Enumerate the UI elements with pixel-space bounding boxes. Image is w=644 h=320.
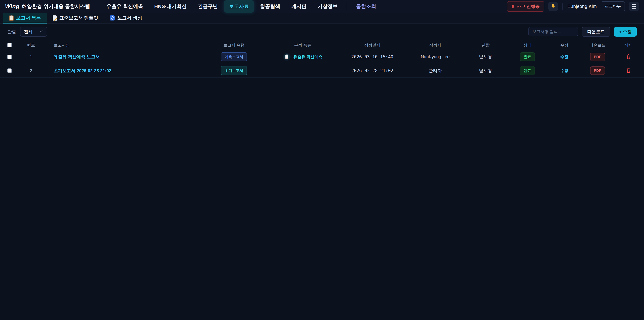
select-all-checkbox[interactable] <box>8 43 12 47</box>
report-name-link[interactable]: 유출유 확산예측 보고서 <box>54 54 100 59</box>
divider <box>562 3 563 10</box>
tab-standard-template[interactable]: 표준보고서 템플릿 <box>46 13 104 24</box>
row-checkbox[interactable] <box>8 69 12 73</box>
author: 관리자 <box>408 64 463 78</box>
col-header-edit: 수정 <box>547 40 582 50</box>
top-navbar: Wing 해양환경 위기대응 통합시스템 유출유 확산예측 HNS·대기확산 긴… <box>0 0 644 13</box>
hamburger-icon <box>632 4 636 9</box>
edit-link[interactable]: 수정 <box>560 68 568 73</box>
row-number: 1 <box>18 50 44 64</box>
jurisdiction: 남해청 <box>463 50 508 64</box>
clipboard-icon <box>9 15 14 21</box>
edit-link[interactable]: 수정 <box>560 55 568 59</box>
logout-button[interactable]: 로그아웃 <box>601 1 625 12</box>
col-header-status: 상태 <box>508 40 547 50</box>
col-header-author: 작성자 <box>408 40 463 50</box>
user-name: Eunjeong Kim <box>568 4 597 9</box>
main-nav: 유출유 확산예측 HNS·대기확산 긴급구난 보고자료 항공탐색 게시판 기상정… <box>102 0 381 13</box>
jurisdiction-label: 관할 <box>8 29 16 35</box>
tab-report-list[interactable]: 보고서 목록 <box>3 13 46 24</box>
table-header-row: 번호 보고서명 보고서 유형 분석 종류 생성일시 작성자 관할 상태 수정 다… <box>0 40 644 50</box>
jurisdiction-value: 전체 <box>24 29 32 35</box>
row-checkbox[interactable] <box>8 55 12 59</box>
pdf-download-button[interactable]: PDF <box>590 53 605 61</box>
divider <box>347 2 347 11</box>
col-header-delete: 삭제 <box>613 40 644 50</box>
report-type-badge: 초기보고서 <box>221 66 247 75</box>
status-badge: 완료 <box>520 66 535 75</box>
incident-dot-icon <box>512 5 514 8</box>
report-tabbar: 보고서 목록 표준보고서 템플릿 보고서 생성 <box>0 13 644 24</box>
chevron-down-icon <box>40 30 43 33</box>
download-button[interactable]: 다운로드 <box>582 27 610 37</box>
nav-item-aerial-search[interactable]: 항공탐색 <box>256 0 285 13</box>
menu-button[interactable] <box>629 2 639 11</box>
nav-item-board[interactable]: 게시판 <box>286 0 311 13</box>
app-logo: Wing 해양환경 위기대응 통합시스템 <box>5 3 90 10</box>
pdf-download-button[interactable]: PDF <box>590 67 605 75</box>
nav-item-rescue[interactable]: 긴급구난 <box>193 0 222 13</box>
nav-item-integrated-search[interactable]: 통합조회 <box>351 0 381 13</box>
col-header-name: 보고서명 <box>44 40 200 50</box>
created-datetime: 2026-02-28 21:02 <box>337 64 408 78</box>
trash-icon <box>627 71 630 73</box>
status-badge: 완료 <box>520 52 535 61</box>
col-header-analysis: 분석 종류 <box>268 40 337 50</box>
brand-mark: Wing <box>5 3 20 10</box>
jurisdiction: 남해청 <box>463 64 508 78</box>
notifications-button[interactable] <box>548 2 558 11</box>
divider <box>96 3 96 10</box>
delete-button[interactable] <box>627 54 630 60</box>
memo-icon <box>52 15 57 21</box>
analysis-type: 유출유 확산예측 <box>283 53 323 61</box>
report-name-link[interactable]: 초기보고서 2026-02-28 21:02 <box>54 68 111 73</box>
tab-label: 표준보고서 템플릿 <box>59 15 98 21</box>
tab-report-create[interactable]: 보고서 생성 <box>104 13 148 24</box>
incident-status-badge: 사고 진행중 <box>507 1 544 12</box>
oil-drum-icon <box>283 53 291 61</box>
analysis-label: 유출유 확산예측 <box>293 54 323 60</box>
analysis-type: - <box>302 68 304 73</box>
nav-item-oil-spill[interactable]: 유출유 확산예측 <box>102 0 148 13</box>
col-header-created: 생성일시 <box>337 40 408 50</box>
author: NanKyung Lee <box>408 50 463 64</box>
row-number: 2 <box>18 64 44 78</box>
tab-label: 보고서 목록 <box>16 15 41 21</box>
create-button[interactable]: + 수정 <box>614 27 636 37</box>
table-row: 1 유출유 확산예측 보고서 예측보고서 유출유 확산예측 2026-03-10… <box>0 50 644 64</box>
nav-item-hns[interactable]: HNS·대기확산 <box>150 0 191 13</box>
col-header-download: 다운로드 <box>582 40 613 50</box>
report-type-badge: 예측보고서 <box>221 52 247 61</box>
bell-icon <box>550 3 556 10</box>
trash-icon <box>627 57 630 60</box>
incident-label: 사고 진행중 <box>516 4 540 10</box>
nav-item-weather[interactable]: 기상정보 <box>313 0 342 13</box>
refresh-icon <box>110 15 115 21</box>
table-row: 2 초기보고서 2026-02-28 21:02 초기보고서 - 2026-02… <box>0 64 644 78</box>
jurisdiction-select[interactable]: 전체 <box>20 27 47 37</box>
navbar-right: 사고 진행중 Eunjeong Kim 로그아웃 <box>507 1 639 12</box>
col-header-jurisdiction: 관할 <box>463 40 508 50</box>
created-datetime: 2026-03-10 15:40 <box>337 50 408 64</box>
filter-bar: 관할 전체 다운로드 + 수정 <box>0 24 644 39</box>
app-title: 해양환경 위기대응 통합시스템 <box>22 3 90 10</box>
report-search-input[interactable] <box>528 27 578 37</box>
report-table: 번호 보고서명 보고서 유형 분석 종류 생성일시 작성자 관할 상태 수정 다… <box>0 40 644 78</box>
nav-item-reports[interactable]: 보고자료 <box>224 0 254 13</box>
delete-button[interactable] <box>627 68 630 73</box>
col-header-type: 보고서 유형 <box>200 40 268 50</box>
col-header-no: 번호 <box>18 40 44 50</box>
tab-label: 보고서 생성 <box>118 15 142 21</box>
